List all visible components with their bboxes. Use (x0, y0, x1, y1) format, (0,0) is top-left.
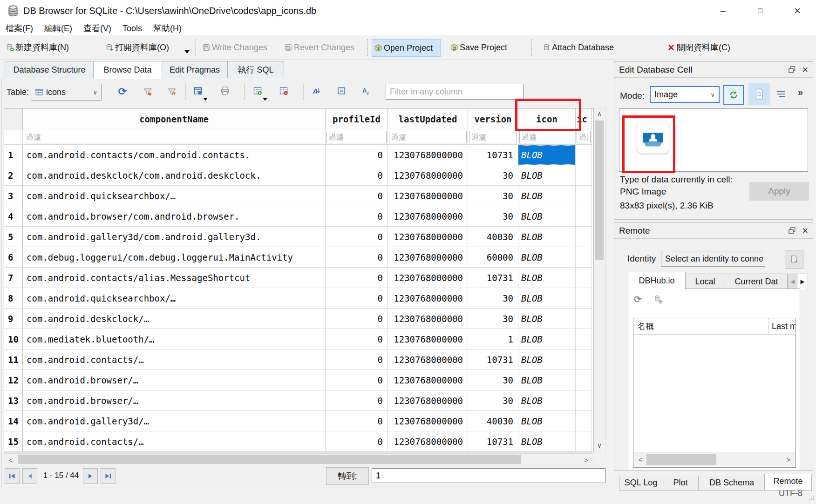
last-page-button[interactable] (101, 468, 116, 484)
goto-button[interactable]: 轉到: (326, 467, 369, 485)
cell-icon-blob[interactable]: BLOB (518, 390, 576, 411)
cell-componentName[interactable]: com.android.quicksearchbox/… (23, 288, 326, 309)
table-selector[interactable]: icons ∨ (31, 84, 102, 101)
float-panel-icon[interactable] (789, 227, 796, 234)
tab-edit-pragmas[interactable]: Edit Pragmas (161, 61, 228, 78)
cell-profileId[interactable]: 0 (326, 431, 388, 452)
cell-lastUpdated[interactable]: 1230768000000 (388, 329, 468, 349)
cell-icon-blob[interactable]: BLOB (518, 268, 576, 288)
tab-database-structure[interactable]: Database Structure (5, 61, 94, 78)
cell-icon-blob[interactable]: BLOB (518, 186, 576, 206)
cell-lastUpdated[interactable]: 1230768000000 (388, 227, 468, 247)
cell-icon-blob[interactable]: BLOB (518, 309, 576, 329)
print-cell-button[interactable] (748, 83, 770, 105)
tab-execute-sql[interactable]: 執行 SQL (227, 61, 284, 78)
save-filter-button[interactable] (166, 86, 178, 98)
cell-version[interactable]: 10731 (468, 145, 518, 165)
filter-input-profileId[interactable] (326, 131, 387, 143)
apply-button[interactable]: Apply (749, 182, 809, 201)
cell-profileId[interactable]: 0 (326, 206, 388, 227)
cell-profileId[interactable]: 0 (326, 186, 388, 206)
remote-col-name[interactable]: 名稱 (633, 318, 769, 334)
cell-componentName[interactable]: com.android.browser/com.android.browser. (23, 206, 326, 227)
identity-selector[interactable]: Select an identity to conne ∨ (661, 251, 765, 267)
cell-partial[interactable] (576, 431, 592, 452)
cell-partial[interactable] (576, 309, 592, 329)
maximize-button[interactable]: □ (741, 0, 779, 21)
cell-version[interactable]: 30 (468, 186, 518, 206)
word-wrap-button[interactable] (775, 88, 788, 101)
cell-version[interactable]: 30 (468, 165, 518, 186)
cell-lastUpdated[interactable]: 1230768000000 (388, 288, 468, 309)
new-database-button[interactable]: 新建資料庫(N) (4, 39, 71, 56)
close-panel-icon[interactable]: × (802, 66, 808, 73)
filter-input-partial[interactable] (577, 131, 591, 143)
tabs-scroll-left-button[interactable]: ◀ (787, 274, 798, 289)
cell-componentName[interactable]: com.android.browser/… (23, 390, 326, 411)
first-page-button[interactable] (5, 468, 20, 484)
cell-componentName[interactable]: com.android.quicksearchbox/… (23, 186, 326, 206)
cell-partial[interactable] (576, 165, 592, 186)
cell-icon-blob[interactable]: BLOB (518, 288, 576, 309)
cell-lastUpdated[interactable]: 1230768000000 (388, 390, 468, 411)
row-header-corner[interactable] (4, 108, 23, 130)
cell-lastUpdated[interactable]: 1230768000000 (388, 309, 468, 329)
insert-dropdown-arrow[interactable] (263, 98, 267, 101)
row-number[interactable]: 10 (4, 329, 23, 349)
cell-lastUpdated[interactable]: 1230768000000 (388, 206, 468, 227)
save-project-button[interactable]: Save Project (448, 39, 509, 56)
cell-version[interactable]: 30 (468, 309, 518, 329)
row-number[interactable]: 7 (4, 268, 23, 288)
cell-version[interactable]: 30 (468, 370, 518, 390)
refresh-button[interactable]: ⟳ (116, 86, 129, 98)
resize-grip[interactable] (809, 495, 814, 501)
row-number[interactable]: 8 (4, 288, 23, 309)
cell-icon-blob[interactable]: BLOB (518, 329, 576, 349)
dock-tab-remote[interactable]: Remote (764, 474, 812, 491)
remote-tab-current-dat[interactable]: Current Dat (725, 274, 788, 289)
cell-componentName[interactable]: com.android.contacts/alias.MessageShortc… (23, 268, 326, 288)
cell-icon-blob[interactable]: BLOB (518, 145, 576, 165)
open-project-button[interactable]: Open Project (372, 39, 441, 57)
row-number[interactable]: 5 (4, 227, 23, 247)
row-number[interactable]: 1 (4, 145, 23, 165)
cell-profileId[interactable]: 0 (326, 411, 388, 431)
revert-changes-button[interactable]: Revert Changes (282, 39, 356, 56)
row-number[interactable]: 2 (4, 165, 23, 186)
close-panel-icon[interactable]: × (802, 227, 808, 234)
cell-partial[interactable] (576, 370, 592, 390)
row-number[interactable]: 3 (4, 186, 23, 206)
scroll-right-icon[interactable]: > (581, 454, 592, 466)
filter-input-lastUpdated[interactable] (389, 131, 467, 143)
open-database-button[interactable]: 打開資料庫(O) (103, 39, 171, 56)
cell-icon-blob[interactable]: BLOB (518, 247, 576, 268)
cell-componentName[interactable]: com.debug.loggerui/com.debug.loggerui.Ma… (23, 247, 326, 268)
horizontal-scroll-thumb[interactable] (18, 455, 521, 464)
print-button[interactable] (219, 85, 231, 97)
next-page-button[interactable] (83, 468, 98, 484)
mode-selector[interactable]: Image ∨ (650, 86, 720, 103)
dock-tab-db-schema[interactable]: DB Schema (698, 476, 765, 491)
close-button[interactable]: × (779, 0, 816, 21)
menu-item-4[interactable]: 幫助(H) (148, 21, 187, 35)
cell-version[interactable]: 40030 (468, 411, 518, 431)
grid-horizontal-scrollbar[interactable]: < > (4, 453, 593, 466)
cell-lastUpdated[interactable]: 1230768000000 (388, 165, 468, 186)
filter-input-icon[interactable] (519, 131, 574, 143)
scroll-left-icon[interactable]: < (5, 454, 16, 466)
tabs-scroll-right-button[interactable]: ▶ (797, 274, 808, 289)
cell-partial[interactable] (576, 411, 592, 431)
filter-input-componentName[interactable] (24, 131, 324, 143)
log-button[interactable] (335, 85, 347, 97)
cell-lastUpdated[interactable]: 1230768000000 (388, 186, 468, 206)
cell-version[interactable]: 10731 (468, 349, 518, 370)
cell-lastUpdated[interactable]: 1230768000000 (388, 247, 468, 268)
prev-page-button[interactable] (22, 468, 37, 484)
cell-version[interactable]: 30 (468, 206, 518, 227)
menu-item-0[interactable]: 檔案(F) (0, 21, 39, 35)
cell-profileId[interactable]: 0 (326, 329, 388, 349)
cell-componentName[interactable]: com.android.deskclock/… (23, 309, 326, 329)
cell-icon-blob[interactable]: BLOB (518, 165, 576, 186)
cell-profileId[interactable]: 0 (326, 370, 388, 390)
cell-partial[interactable] (576, 186, 592, 206)
